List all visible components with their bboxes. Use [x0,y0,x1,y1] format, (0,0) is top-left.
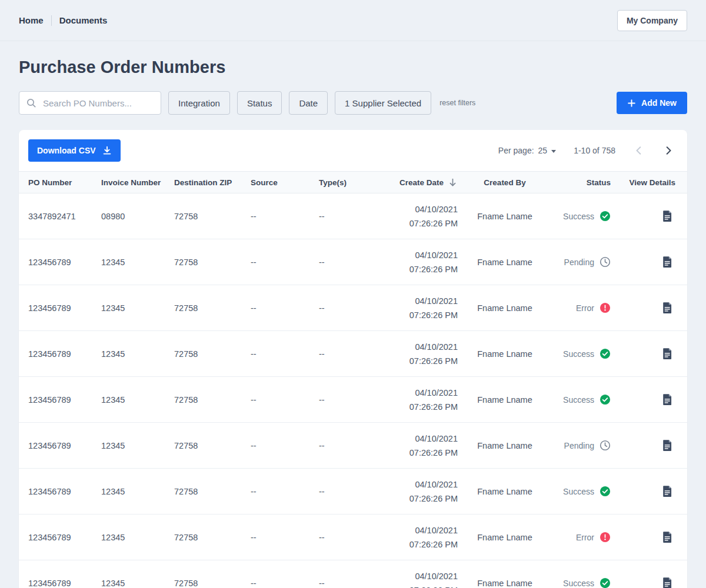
create-date-line: 04/10/2021 [375,386,458,400]
table-row: 123456789 12345 72758 -- -- 04/10/2021 0… [19,377,687,423]
create-time-line: 07:26:26 PM [375,446,458,460]
view-details-cell [611,532,678,543]
view-details-button[interactable] [663,302,672,313]
po-number-cell: 3347892471 [28,212,101,221]
download-csv-label: Download CSV [37,146,96,155]
view-details-button[interactable] [663,532,672,543]
search-input[interactable] [42,98,154,109]
status-label: Error [576,303,594,313]
pending-status-icon [600,256,611,268]
success-status-icon [600,394,611,405]
destination-zip-cell: 72758 [174,349,251,359]
download-csv-button[interactable]: Download CSV [28,139,121,162]
source-cell: -- [251,533,319,542]
created-by-cell: Fname Lname [458,533,552,542]
view-details-cell [611,486,678,497]
created-by-cell: Fname Lname [458,258,552,267]
create-date-cell: 04/10/2021 07:26:26 PM [375,477,458,506]
status-cell: Success [552,211,611,222]
breadcrumb-documents[interactable]: Documents [59,15,108,25]
create-date-cell: 04/10/2021 07:26:26 PM [375,569,458,588]
document-icon [663,577,672,588]
table-row: 123456789 12345 72758 -- -- 04/10/2021 0… [19,469,687,514]
breadcrumb-home[interactable]: Home [19,15,44,25]
types-cell: -- [319,441,375,450]
filter-bar: Integration Status Date 1 Supplier Selec… [19,91,687,115]
source-cell: -- [251,258,319,267]
status-cell: Success [552,394,611,405]
created-by-cell: Fname Lname [458,349,552,359]
success-status-icon [600,577,611,588]
create-date-line: 04/10/2021 [375,477,458,492]
per-page-label: Per page: [498,146,534,155]
top-bar: Home Documents My Company [0,0,706,41]
invoice-number-cell: 12345 [101,579,174,588]
search-box[interactable] [19,91,161,115]
pager [633,145,678,156]
previous-page-button[interactable] [633,145,645,156]
status-label: Pending [564,258,594,267]
view-details-button[interactable] [663,256,672,268]
invoice-number-cell: 08980 [101,212,174,221]
destination-zip-cell: 72758 [174,303,251,313]
status-filter-button[interactable]: Status [237,91,282,115]
reset-filters-link[interactable]: reset filters [439,99,475,107]
view-details-button[interactable] [663,577,672,588]
integration-filter-button[interactable]: Integration [168,91,230,115]
invoice-number-cell: 12345 [101,395,174,405]
column-header-created-by: Created By [458,178,552,187]
supplier-filter-button[interactable]: 1 Supplier Selected [335,91,431,115]
created-by-cell: Fname Lname [458,395,552,405]
success-status-icon [600,486,611,497]
table-body: 3347892471 08980 72758 -- -- 04/10/2021 … [19,193,687,588]
types-cell: -- [319,258,375,267]
next-page-button[interactable] [662,145,674,156]
types-cell: -- [319,579,375,588]
date-filter-button[interactable]: Date [289,91,328,115]
table-row: 123456789 12345 72758 -- -- 04/10/2021 0… [19,239,687,285]
create-date-line: 04/10/2021 [375,248,458,262]
source-cell: -- [251,303,319,313]
my-company-button[interactable]: My Company [617,10,687,31]
document-icon [663,256,672,268]
column-header-status: Status [552,178,611,187]
pending-status-icon [600,440,611,451]
view-details-button[interactable] [663,211,672,222]
create-time-line: 07:26:26 PM [375,216,458,230]
view-details-button[interactable] [663,348,672,359]
add-new-button[interactable]: Add New [617,92,687,114]
table-toolbar: Download CSV Per page: 25 1-10 of 758 [19,130,687,171]
success-status-icon [600,348,611,359]
breadcrumb: Home Documents [19,15,107,26]
per-page-select[interactable]: Per page: 25 [498,146,556,155]
table-header: PO Number Invoice Number Destination ZIP… [19,171,687,193]
create-time-line: 07:26:26 PM [375,354,458,368]
table-row: 123456789 12345 72758 -- -- 04/10/2021 0… [19,514,687,560]
create-date-line: 04/10/2021 [375,340,458,354]
document-icon [663,394,672,405]
view-details-cell [611,348,678,359]
column-header-view-details: View Details [611,178,678,187]
column-header-create-date[interactable]: Create Date [375,178,458,188]
destination-zip-cell: 72758 [174,487,251,496]
status-cell: Success [552,486,611,497]
created-by-cell: Fname Lname [458,487,552,496]
create-time-line: 07:26:26 PM [375,400,458,414]
view-details-cell [611,211,678,222]
view-details-button[interactable] [663,394,672,405]
plus-icon [627,99,636,108]
create-date-cell: 04/10/2021 07:26:26 PM [375,202,458,230]
view-details-button[interactable] [663,486,672,497]
created-by-cell: Fname Lname [458,212,552,221]
document-icon [663,486,672,497]
view-details-button[interactable] [663,440,672,451]
create-date-line: 04/10/2021 [375,294,458,308]
source-cell: -- [251,349,319,359]
status-label: Success [563,579,594,588]
status-cell: Error [552,302,611,313]
destination-zip-cell: 72758 [174,258,251,267]
created-by-cell: Fname Lname [458,441,552,450]
create-date-line: 04/10/2021 [375,523,458,537]
po-number-cell: 123456789 [28,441,101,450]
create-date-cell: 04/10/2021 07:26:26 PM [375,340,458,368]
